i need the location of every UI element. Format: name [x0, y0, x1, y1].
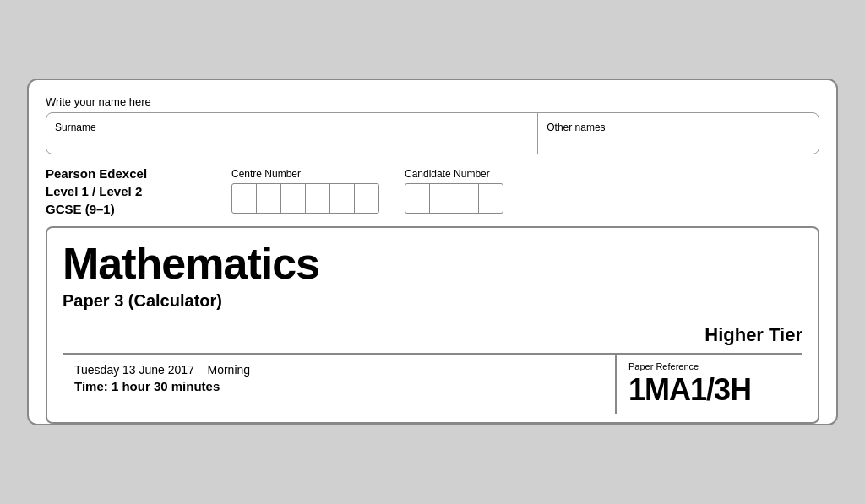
bottom-right: Paper Reference 1MA1/3H — [617, 355, 802, 414]
paper-ref-label: Paper Reference — [628, 361, 791, 371]
branding-text: Pearson Edexcel Level 1 / Level 2 GCSE (… — [46, 165, 215, 218]
write-name-label: Write your name here — [46, 95, 819, 108]
candidate-number-box-4 — [478, 183, 503, 214]
branding: Pearson Edexcel Level 1 / Level 2 GCSE (… — [46, 165, 215, 218]
tier-row: Higher Tier — [63, 324, 802, 353]
surname-label: Surname — [55, 122, 96, 133]
candidate-number-label: Candidate Number — [405, 168, 490, 180]
paper-ref-value: 1MA1/3H — [628, 373, 791, 407]
candidate-number-boxes — [405, 183, 503, 214]
name-section: Write your name here Surname Other names — [46, 95, 819, 154]
candidate-number-box-3 — [454, 183, 479, 214]
name-fields-row: Surname Other names — [46, 112, 819, 154]
centre-number-box-5 — [329, 183, 355, 214]
candidate-number-box-1 — [405, 183, 430, 214]
candidate-number-group: Candidate Number — [405, 168, 503, 214]
centre-number-group: Centre Number — [231, 168, 379, 214]
centre-number-box-1 — [231, 183, 257, 214]
bottom-section: Tuesday 13 June 2017 – Morning Time: 1 h… — [63, 353, 802, 414]
candidate-number-box-2 — [429, 183, 454, 214]
othernames-field: Other names — [538, 113, 819, 154]
centre-number-box-3 — [280, 183, 306, 214]
subject-section: Mathematics Paper 3 (Calculator) Higher … — [46, 226, 819, 424]
exam-paper-card: Write your name here Surname Other names… — [27, 79, 838, 425]
date-text: Tuesday 13 June 2017 – Morning — [74, 363, 603, 377]
number-boxes-section: Centre Number Candidate Number — [231, 168, 819, 214]
othernames-label: Other names — [547, 122, 605, 133]
centre-number-box-2 — [256, 183, 281, 214]
centre-number-box-6 — [354, 183, 379, 214]
centre-number-boxes — [231, 183, 379, 214]
time-text: Time: 1 hour 30 minutes — [74, 379, 603, 393]
centre-number-box-4 — [305, 183, 330, 214]
surname-field: Surname — [46, 113, 538, 154]
middle-section: Pearson Edexcel Level 1 / Level 2 GCSE (… — [46, 165, 819, 218]
centre-number-label: Centre Number — [231, 168, 301, 180]
bottom-left: Tuesday 13 June 2017 – Morning Time: 1 h… — [63, 355, 617, 414]
subject-subtitle: Paper 3 (Calculator) — [63, 291, 802, 311]
subject-title: Mathematics — [63, 240, 802, 288]
